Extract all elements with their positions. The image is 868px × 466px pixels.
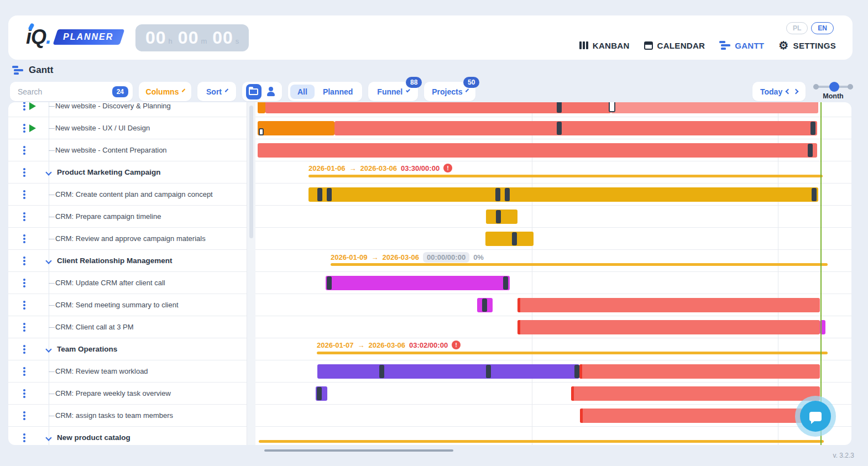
people-view-button[interactable]: [263, 84, 279, 100]
time-log-marker[interactable]: [574, 365, 579, 378]
kebab-menu-icon[interactable]: [18, 387, 31, 400]
projects-view-button[interactable]: [246, 84, 262, 100]
group-row[interactable]: New product catalog: [8, 427, 247, 445]
filter-all-button[interactable]: All: [290, 85, 315, 99]
time-log-marker[interactable]: [327, 188, 332, 201]
task-row[interactable]: New website - Discovery & Planning: [8, 102, 247, 117]
group-row[interactable]: Product Marketing Campaign: [8, 161, 247, 184]
gantt-bar[interactable]: [486, 210, 517, 224]
gantt-bar[interactable]: [334, 121, 817, 135]
gantt-bar[interactable]: [571, 386, 820, 401]
vertical-scrollbar[interactable]: [247, 102, 255, 445]
time-log-marker[interactable]: [496, 210, 501, 223]
task-row[interactable]: CRM: Prepare weekly task overview: [8, 383, 247, 405]
gantt-bar[interactable]: [317, 364, 579, 379]
today-button[interactable]: Today: [760, 87, 782, 96]
start-timer-play-icon[interactable]: [29, 124, 36, 132]
gantt-bar[interactable]: [517, 298, 820, 312]
gantt-bar[interactable]: [258, 102, 265, 113]
group-summary-bar[interactable]: [308, 175, 823, 177]
time-log-marker[interactable]: [512, 232, 517, 245]
next-period-button chevron-right-icon[interactable]: [793, 89, 799, 95]
time-log-marker[interactable]: [557, 122, 562, 135]
time-log-marker[interactable]: [495, 188, 500, 201]
time-log-marker[interactable]: [486, 365, 491, 378]
zoom-slider[interactable]: [813, 83, 853, 91]
time-log-marker[interactable]: [259, 128, 264, 135]
collapse-chevron-icon[interactable]: [45, 169, 51, 175]
gantt-bar[interactable]: [517, 320, 820, 334]
time-log-marker[interactable]: [482, 299, 487, 312]
projects-dropdown[interactable]: Projects 50: [424, 82, 475, 101]
kebab-menu-icon[interactable]: [18, 188, 31, 201]
gantt-bar[interactable]: [258, 143, 817, 158]
gantt-bar[interactable]: [308, 187, 818, 202]
task-row[interactable]: CRM: Client call at 3 PM: [8, 316, 247, 338]
filter-planned-button[interactable]: Planned: [316, 85, 360, 99]
group-row[interactable]: Team Operations: [8, 338, 247, 360]
time-log-marker[interactable]: [812, 188, 817, 201]
kebab-menu-icon[interactable]: [18, 365, 31, 378]
kebab-menu-icon[interactable]: [18, 210, 31, 223]
kebab-menu-icon[interactable]: [18, 321, 31, 334]
kebab-menu-icon[interactable]: [18, 166, 31, 179]
vertical-scrollbar-thumb[interactable]: [249, 106, 253, 238]
search-input[interactable]: [18, 87, 101, 96]
zoom-slider-stop-right[interactable]: [848, 84, 853, 90]
time-log-marker[interactable]: [327, 276, 332, 290]
kebab-menu-icon[interactable]: [18, 254, 31, 268]
group-summary-bar[interactable]: [259, 440, 824, 443]
start-timer-play-icon[interactable]: [29, 102, 36, 110]
group-summary-bar[interactable]: [331, 263, 828, 266]
task-row[interactable]: New website - Content Preparation: [8, 139, 247, 161]
kebab-menu-icon[interactable]: [18, 232, 31, 245]
gantt-bar[interactable]: [258, 121, 334, 135]
horizontal-scrollbar[interactable]: [264, 449, 453, 452]
kebab-menu-icon[interactable]: [18, 299, 31, 312]
time-log-marker[interactable]: [505, 188, 510, 201]
task-row[interactable]: CRM: Send meeting summary to client: [8, 294, 247, 316]
time-log-marker[interactable]: [379, 365, 384, 378]
collapse-chevron-icon[interactable]: [45, 346, 51, 352]
time-log-marker[interactable]: [503, 276, 508, 290]
time-log-marker[interactable]: [557, 102, 562, 113]
nav-calendar[interactable]: CALENDAR: [644, 41, 705, 50]
task-row[interactable]: CRM: Create content plan and campaign co…: [8, 184, 247, 206]
nav-kanban[interactable]: KANBAN: [579, 41, 630, 50]
task-row[interactable]: CRM: assign tasks to team members: [8, 405, 247, 427]
group-row[interactable]: Client Relationship Management: [8, 250, 247, 272]
kebab-menu-icon[interactable]: [18, 343, 31, 356]
collapse-chevron-icon[interactable]: [45, 258, 51, 264]
task-row[interactable]: CRM: Review team workload: [8, 360, 247, 383]
task-row[interactable]: CRM: Review and approve campaign materia…: [8, 228, 247, 250]
kebab-menu-icon[interactable]: [18, 409, 31, 422]
nav-settings[interactable]: ⚙ SETTINGS: [778, 40, 836, 51]
task-row[interactable]: New website - UX / UI Design: [8, 117, 247, 139]
lang-pl-button[interactable]: PL: [786, 22, 808, 34]
chat-button[interactable]: [800, 401, 831, 432]
lang-en-button[interactable]: EN: [811, 22, 834, 34]
time-log-marker[interactable]: [811, 122, 815, 135]
kebab-menu-icon[interactable]: [18, 276, 31, 290]
funnel-dropdown[interactable]: Funnel 88: [368, 82, 418, 101]
gantt-bar[interactable]: [579, 364, 820, 379]
kebab-menu-icon[interactable]: [18, 431, 31, 444]
task-row[interactable]: CRM: Prepare campaign timeline: [8, 206, 247, 228]
kebab-menu-icon[interactable]: [18, 144, 31, 157]
time-log-marker[interactable]: [808, 144, 813, 157]
zoom-slider-stop-left[interactable]: [813, 84, 819, 90]
time-log-marker[interactable]: [609, 102, 615, 112]
gantt-bar[interactable]: [326, 276, 510, 290]
nav-gantt[interactable]: GANTT: [719, 41, 764, 50]
sort-dropdown[interactable]: Sort: [197, 82, 236, 101]
group-summary-bar[interactable]: [317, 352, 828, 354]
gantt-bar[interactable]: [485, 232, 534, 246]
time-log-marker[interactable]: [317, 188, 322, 201]
prev-period-button chevron-left-icon[interactable]: [786, 89, 791, 95]
gantt-bar[interactable]: [611, 102, 818, 113]
gantt-bar[interactable]: [580, 409, 820, 423]
collapse-chevron-icon[interactable]: [45, 434, 51, 441]
columns-dropdown[interactable]: Columns: [139, 82, 191, 101]
zoom-slider-handle[interactable]: [829, 82, 839, 92]
time-log-marker[interactable]: [317, 387, 322, 400]
